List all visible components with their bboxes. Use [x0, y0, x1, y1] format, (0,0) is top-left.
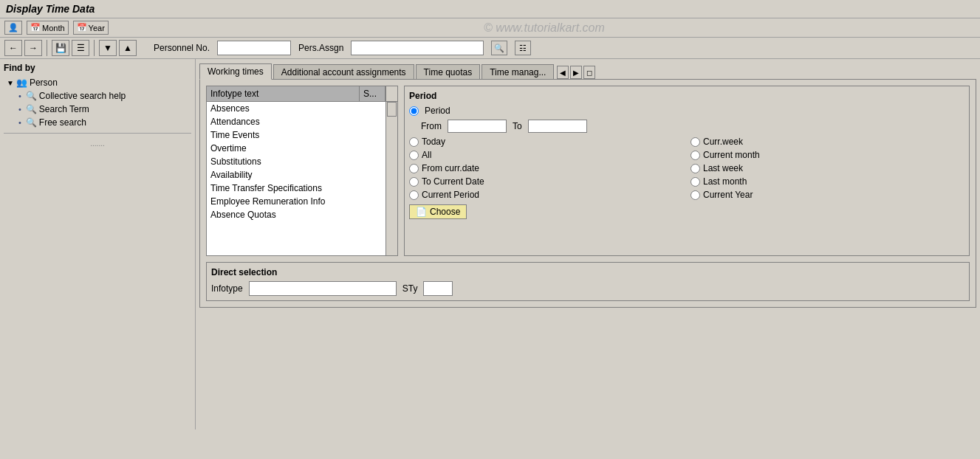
pers-assgn-label: Pers.Assgn [298, 43, 343, 53]
list-item[interactable]: Overtime [207, 142, 397, 155]
tab-next-btn[interactable]: ▶ [570, 66, 582, 79]
free-search-label: Free search [39, 117, 86, 128]
tab-time-quotas[interactable]: Time quotas [416, 64, 481, 80]
forward-btn[interactable]: → [24, 40, 42, 56]
sidebar-divider [4, 133, 191, 134]
toolbar-sep1 [47, 40, 47, 56]
choose-button[interactable]: 📄 Choose [409, 204, 467, 219]
person-tree-icon: 👥 [16, 77, 27, 88]
up-btn[interactable]: ▲ [119, 40, 137, 56]
from-curr-date-radio[interactable] [409, 164, 419, 173]
period-panel: Period Period From To [404, 86, 970, 256]
pers-assgn-wrapper [351, 41, 484, 55]
tab-inner-layout: Infotype text S... Absences Attendances … [206, 86, 970, 256]
radio-today: Today [409, 137, 683, 147]
list-item[interactable]: Employee Remuneration Info [207, 195, 397, 208]
search-term-label: Search Term [39, 104, 89, 114]
personnel-no-input[interactable] [217, 41, 291, 55]
current-year-radio[interactable] [691, 190, 700, 200]
tree-sub-items: • 🔍 Collective search help • 🔍 Search Te… [16, 89, 191, 129]
tab-prev-btn[interactable]: ◀ [557, 66, 569, 79]
content-area: Working times Additional account assignm… [196, 59, 980, 429]
sidebar: Find by ▼ 👥 Person • 🔍 Collective search… [0, 59, 196, 429]
list-item[interactable]: Time Events [207, 128, 397, 142]
to-current-date-label: To Current Date [422, 176, 484, 187]
tab-time-quotas-label: Time quotas [424, 67, 473, 77]
period-label: Period [425, 106, 450, 116]
calendar2-icon: 📅 [77, 23, 87, 32]
period-radio[interactable] [409, 106, 419, 116]
tab-list-btn[interactable]: ◻ [583, 66, 595, 79]
to-input[interactable] [528, 120, 587, 133]
from-input[interactable] [448, 120, 507, 133]
toolbar-sep2 [94, 40, 95, 56]
year-btn[interactable]: 📅 Year [73, 21, 109, 35]
pers-search-btn[interactable]: 🔍 [491, 41, 507, 55]
tree-root-label: Person [30, 77, 58, 88]
list-body[interactable]: Absences Attendances Time Events Overtim… [206, 101, 398, 256]
all-label: All [422, 150, 431, 160]
list-header: Infotype text S... [206, 86, 398, 101]
title-bar: Display Time Data [0, 0, 980, 18]
list-item[interactable]: Absence Quotas [207, 208, 397, 221]
period-radio-row: Period [409, 106, 964, 116]
direct-selection-title: Direct selection [211, 267, 964, 277]
pers-org-btn[interactable]: ☷ [515, 41, 531, 55]
radio-to-current-date: To Current Date [409, 176, 683, 187]
last-week-radio[interactable] [691, 164, 700, 173]
pers-search-icon: 🔍 [494, 44, 504, 53]
list-scrollbar[interactable] [386, 102, 397, 255]
to-label: To [513, 121, 522, 131]
list-item[interactable]: Time Transfer Specifications [207, 182, 397, 195]
toolbar1: 👤 📅 Month 📅 Year © www.tutorialkart.com [0, 18, 980, 38]
collective-search-label: Collective search help [39, 91, 126, 101]
direct-selection-row: Infotype STy [211, 281, 964, 296]
list-item[interactable]: Substitutions [207, 155, 397, 168]
list-item[interactable]: Attendances [207, 115, 397, 128]
last-week-label: Last week [703, 163, 743, 173]
tab-time-manag[interactable]: Time manag... [482, 64, 554, 80]
watermark: © www.tutorialkart.com [113, 21, 976, 35]
list-item[interactable]: Absences [207, 102, 397, 115]
sty-input[interactable] [423, 281, 453, 296]
radio-current-period: Current Period [409, 190, 683, 200]
sidebar-item-search-term[interactable]: • 🔍 Search Term [16, 103, 191, 116]
current-period-radio[interactable] [409, 190, 419, 200]
sidebar-dots: ....... [4, 137, 191, 150]
radio-last-week: Last week [691, 163, 964, 173]
tabs-bar: Working times Additional account assignm… [199, 63, 976, 79]
list-panel: Infotype text S... Absences Attendances … [206, 86, 398, 256]
all-radio[interactable] [409, 151, 419, 160]
person-icon-btn[interactable]: 👤 [4, 21, 22, 35]
sidebar-item-free-search[interactable]: • 🔍 Free search [16, 116, 191, 129]
back-btn[interactable]: ← [4, 40, 22, 56]
radio-all: All [409, 150, 683, 160]
infotype-input[interactable] [249, 281, 397, 296]
tab-working-times[interactable]: Working times [199, 63, 272, 80]
today-label: Today [422, 137, 445, 147]
period-title: Period [409, 91, 964, 101]
sidebar-item-collective-search[interactable]: • 🔍 Collective search help [16, 89, 191, 103]
radio-curr-week: Curr.week [691, 137, 964, 147]
month-label: Month [42, 24, 65, 32]
find-by-label: Find by [4, 63, 191, 73]
filter-btn[interactable]: ▼ [99, 40, 117, 56]
tab-additional-account[interactable]: Additional account assignments [273, 64, 414, 80]
month-btn[interactable]: 📅 Month [27, 21, 69, 35]
pers-assgn-dropdown[interactable] [351, 41, 484, 55]
curr-week-radio[interactable] [691, 137, 700, 147]
today-radio[interactable] [409, 137, 419, 147]
save-btn[interactable]: 💾 [52, 40, 69, 56]
page-title: Display Time Data [6, 3, 95, 15]
from-label: From [421, 121, 442, 131]
current-month-radio[interactable] [691, 151, 700, 160]
free-search-icon: 🔍 [26, 117, 37, 128]
list-item[interactable]: Availability [207, 168, 397, 182]
tree-expand-icon: ▼ [7, 79, 14, 87]
shortcut-btn[interactable]: ☰ [72, 40, 89, 56]
last-month-radio[interactable] [691, 177, 700, 187]
to-current-date-radio[interactable] [409, 177, 419, 187]
radio-current-month: Current month [691, 150, 964, 160]
radio-current-year: Current Year [691, 190, 964, 200]
tree-root-person[interactable]: ▼ 👥 Person [4, 76, 191, 89]
